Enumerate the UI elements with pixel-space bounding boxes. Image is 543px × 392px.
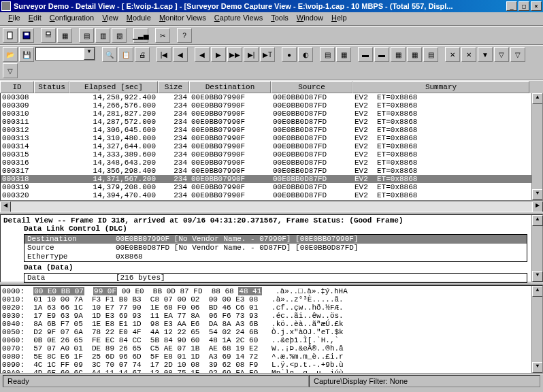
detail-destination-row[interactable]: Destination 00E0BB07990F [No Vendor Name…	[24, 235, 527, 244]
packet-row[interactable]: 00031514,333,389.60023400E0BB07990F00E0B…	[1, 150, 542, 159]
hex-row[interactable]: 0080: 5E 8C E6 1F 25 6D 96 6D 5F E8 01 1…	[2, 353, 541, 361]
tool-detail1[interactable]: ▤	[320, 47, 335, 62]
tool-print[interactable]	[41, 28, 56, 43]
tool-next[interactable]: ▶|	[244, 47, 259, 62]
scroll-left-icon[interactable]: ◀	[0, 201, 11, 212]
detail-ethertype-row[interactable]: EtherType 0x8868	[24, 252, 527, 261]
hex-row[interactable]: 0040: 8A 6B F7 05 1E E8 E1 1D 98 E3 AA E…	[2, 320, 541, 328]
menu-file[interactable]: File	[4, 12, 24, 25]
column-source[interactable]: Source	[271, 81, 352, 93]
scroll-down-icon[interactable]: ▼	[532, 189, 543, 200]
packet-row[interactable]: 00032014,394,470.40023400E0BB07990F00E0B…	[1, 191, 542, 199]
tool-back[interactable]: ◀	[195, 47, 210, 62]
tool-play[interactable]: ▶	[211, 47, 226, 62]
packet-row[interactable]: 00031914,379,208.00023400E0BB07990F00E0B…	[1, 183, 542, 191]
column-elapsed-sec-[interactable]: Elapsed [sec]	[69, 81, 158, 93]
detail-data-row[interactable]: Data [216 bytes]	[24, 274, 527, 282]
tool-find[interactable]: 🔍	[102, 47, 117, 62]
column-size[interactable]: Size	[158, 81, 189, 93]
column-status[interactable]: Status	[34, 81, 69, 93]
tool-skip[interactable]: ▶T	[260, 47, 275, 62]
tool-chart[interactable]: ▁▃▅	[133, 28, 148, 43]
packet-row[interactable]: 00031014,281,827.20023400E0BB07990F00E0B…	[1, 110, 542, 118]
vertical-scrollbar[interactable]: ▲ ▼	[531, 93, 542, 200]
tool-pane1[interactable]: ▬	[358, 47, 373, 62]
tool-first[interactable]: |◀	[157, 47, 171, 62]
tool-filter1[interactable]: ▼	[478, 47, 493, 62]
detail-source-row[interactable]: Source 00E0BB0D87FD [No Vendor Name. - 0…	[24, 244, 527, 252]
tool-new[interactable]	[3, 28, 18, 43]
tool-record[interactable]: ●	[282, 47, 297, 62]
tool-view1[interactable]: ▤	[79, 28, 94, 43]
packet-row[interactable]: 00030914,266,576.00023400E0BB07990F00E0B…	[1, 101, 542, 110]
scroll-up-icon[interactable]: ▲	[532, 286, 543, 297]
menu-module[interactable]: Module	[122, 12, 155, 25]
chevron-down-icon[interactable]: ▼	[84, 48, 95, 60]
packet-list[interactable]: 00030814,258,922.40023400E0BB07990F00E0B…	[0, 93, 543, 201]
hex-view-pane[interactable]: 0000: 00 E0 BB 07 99 0F 00 E0 BB 0D 87 F…	[0, 285, 543, 374]
scroll-up-icon[interactable]: ▲	[532, 215, 543, 226]
packet-row[interactable]: 00030814,258,922.40023400E0BB07990F00E0B…	[1, 93, 542, 101]
detail-scrollbar[interactable]: ▲ ▼	[531, 215, 542, 282]
maximize-button[interactable]: □	[519, 1, 529, 11]
menu-help[interactable]: Help	[327, 12, 351, 25]
packet-row[interactable]: 00031814,371,567.20023400E0BB07990F00E0B…	[1, 175, 542, 183]
scroll-up-icon[interactable]: ▲	[532, 93, 543, 104]
column-destination[interactable]: Destination	[189, 81, 271, 93]
tool-prev[interactable]: ◀	[173, 47, 188, 62]
hex-row[interactable]: 0030: 17 E9 63 9A 1D E3 69 93 11 EA 77 8…	[2, 312, 541, 320]
tool-grid[interactable]: ▦	[57, 28, 72, 43]
tool-pane3[interactable]: ▦	[391, 47, 406, 62]
hex-row[interactable]: 0020: 1A 63 66 1C 10 E7 77 90 1E 68 F0 0…	[2, 304, 541, 312]
tool-copy[interactable]: 📋	[118, 47, 133, 62]
tool-pane4[interactable]: ▦	[407, 47, 422, 62]
packet-row[interactable]: 00031314,310,480.00023400E0BB07990F00E0B…	[1, 134, 542, 142]
hex-row[interactable]: 0050: D2 9F 07 6A 78 22 E0 4F 4A 12 22 6…	[2, 328, 541, 336]
tool-view2[interactable]: ▥	[95, 28, 110, 43]
menu-tools[interactable]: Tools	[267, 12, 293, 25]
tool-pane2[interactable]: ▬	[374, 47, 389, 62]
tool-save[interactable]	[19, 28, 34, 43]
hex-row[interactable]: 0070: 57 07 A0 01 DE 89 26 65 C5 AE 07 1…	[2, 344, 541, 353]
horizontal-scrollbar[interactable]: ◀ ▶	[0, 201, 543, 212]
tool-pane5[interactable]: ▤	[423, 47, 438, 62]
menu-configuration[interactable]: Configuration	[46, 12, 98, 25]
packet-row[interactable]: 00031714,356,298.40023400E0BB07990F00E0B…	[1, 167, 542, 175]
menu-monitor-views[interactable]: Monitor Views	[155, 12, 210, 25]
packet-row[interactable]: 00032114,402,121.60023400E0BB07990F00E0B…	[1, 199, 542, 201]
minimize-button[interactable]: _	[506, 1, 517, 11]
menu-view[interactable]: View	[98, 12, 122, 25]
packet-row[interactable]: 00031614,348,643.20023400E0BB07990F00E0B…	[1, 159, 542, 167]
tool-detail2[interactable]: ▦	[336, 47, 351, 62]
tool-save2[interactable]: 💾	[19, 47, 34, 62]
packet-row[interactable]: 00031114,287,572.00023400E0BB07990F00E0B…	[1, 118, 542, 126]
tool-cut[interactable]: ✂	[155, 28, 170, 43]
hex-row[interactable]: 00A0: 4D 6E 60 6C A4 11 14 67 12 08 75 1…	[2, 369, 541, 374]
combo-select[interactable]: ▼	[35, 47, 95, 61]
hex-row[interactable]: 0000: 00 E0 BB 07 99 0F 00 E0 BB 0D 87 F…	[2, 287, 541, 295]
tool-filter3[interactable]: ▽	[510, 47, 525, 62]
menu-edit[interactable]: Edit	[24, 12, 46, 25]
tool-x2[interactable]: ✕	[461, 47, 476, 62]
hex-row[interactable]: 0090: 4C 1C FF 09 3C 70 07 74 17 2D 10 0…	[2, 361, 541, 369]
scroll-down-icon[interactable]: ▼	[532, 271, 543, 282]
column-summary[interactable]: Summary	[352, 81, 529, 93]
tool-filter2[interactable]: ▽	[494, 47, 509, 62]
close-button[interactable]: ×	[531, 1, 542, 11]
tool-view3[interactable]: ▧	[112, 28, 127, 43]
tool-open[interactable]: 📂	[3, 47, 18, 62]
packet-row[interactable]: 00031214,306,645.60023400E0BB07990F00E0B…	[1, 126, 542, 134]
tool-help[interactable]: ?	[177, 28, 192, 43]
hex-row[interactable]: 0060: 0B 0E 26 65 FE EC 84 CC 5B 84 90 6…	[2, 336, 541, 344]
tool-ff[interactable]: ▶▶	[227, 47, 242, 62]
tool-filter4[interactable]: ▽	[3, 63, 18, 78]
scroll-right-icon[interactable]: ▶	[532, 201, 543, 212]
tool-print2[interactable]: 🖨	[135, 47, 150, 62]
packet-row[interactable]: 00031414,327,644.00023400E0BB07990F00E0B…	[1, 142, 542, 150]
tool-x1[interactable]: ✕	[445, 47, 460, 62]
scroll-down-icon[interactable]: ▼	[532, 362, 543, 373]
tool-stop[interactable]: ◐	[298, 47, 313, 62]
hex-scrollbar[interactable]: ▲ ▼	[531, 286, 542, 373]
detail-view-pane[interactable]: Detail View -- Frame ID 318, arrived at …	[0, 214, 543, 282]
hex-row[interactable]: 0010: 01 10 00 7A F3 F1 B0 B3 C8 07 00 0…	[2, 295, 541, 304]
